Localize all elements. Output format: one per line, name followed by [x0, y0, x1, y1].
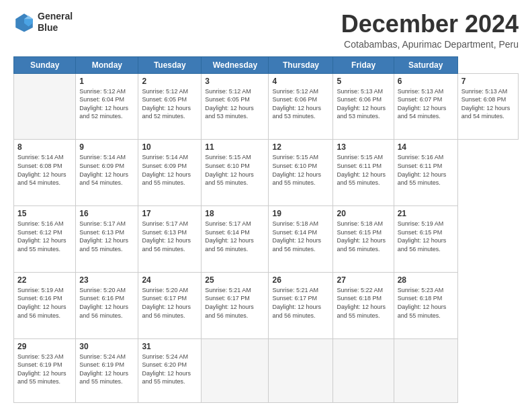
table-row: 19Sunrise: 5:18 AMSunset: 6:14 PMDayligh…	[269, 206, 333, 273]
day-info: Sunrise: 5:12 AMSunset: 6:06 PMDaylight:…	[272, 87, 329, 121]
header: General Blue December 2024 Cotabambas, A…	[13, 11, 519, 50]
day-number: 13	[337, 142, 390, 152]
day-info: Sunrise: 5:23 AMSunset: 6:19 PMDaylight:…	[17, 353, 72, 386]
day-number: 7	[461, 77, 515, 86]
day-number: 6	[398, 77, 454, 86]
table-row: 15Sunrise: 5:16 AMSunset: 6:12 PMDayligh…	[14, 206, 76, 273]
table-row: 24Sunrise: 5:20 AMSunset: 6:17 PMDayligh…	[138, 272, 202, 338]
table-row: 23Sunrise: 5:20 AMSunset: 6:16 PMDayligh…	[76, 272, 138, 338]
day-number: 24	[142, 275, 197, 285]
week-row-1: 1Sunrise: 5:12 AMSunset: 6:04 PMDaylight…	[14, 73, 519, 140]
day-info: Sunrise: 5:19 AMSunset: 6:16 PMDaylight:…	[17, 286, 72, 320]
day-number: 31	[142, 342, 197, 351]
day-info: Sunrise: 5:12 AMSunset: 6:05 PMDaylight:…	[205, 87, 265, 121]
logo-icon	[13, 11, 35, 33]
day-number: 1	[79, 77, 134, 86]
table-row	[394, 338, 457, 402]
day-number: 16	[79, 209, 134, 218]
day-info: Sunrise: 5:12 AMSunset: 6:04 PMDaylight:…	[79, 87, 134, 121]
col-thursday: Thursday	[269, 56, 333, 73]
day-number: 2	[142, 77, 197, 86]
logo-text: General Blue	[38, 11, 73, 34]
table-row: 20Sunrise: 5:18 AMSunset: 6:15 PMDayligh…	[333, 206, 394, 273]
table-row: 28Sunrise: 5:23 AMSunset: 6:18 PMDayligh…	[394, 272, 457, 338]
day-number: 9	[79, 142, 134, 152]
day-info: Sunrise: 5:14 AMSunset: 6:09 PMDaylight:…	[79, 153, 134, 187]
table-row: 14Sunrise: 5:16 AMSunset: 6:11 PMDayligh…	[394, 140, 457, 206]
day-number: 18	[205, 209, 265, 218]
day-info: Sunrise: 5:16 AMSunset: 6:12 PMDaylight:…	[17, 220, 72, 253]
table-row: 26Sunrise: 5:21 AMSunset: 6:17 PMDayligh…	[269, 272, 333, 338]
day-number: 10	[142, 142, 197, 152]
table-row: 27Sunrise: 5:22 AMSunset: 6:18 PMDayligh…	[333, 272, 394, 338]
table-row: 17Sunrise: 5:17 AMSunset: 6:13 PMDayligh…	[138, 206, 202, 273]
day-info: Sunrise: 5:14 AMSunset: 6:09 PMDaylight:…	[142, 153, 197, 187]
table-row: 22Sunrise: 5:19 AMSunset: 6:16 PMDayligh…	[14, 272, 76, 338]
day-number: 3	[205, 77, 265, 86]
week-row-3: 15Sunrise: 5:16 AMSunset: 6:12 PMDayligh…	[14, 206, 519, 273]
day-number: 30	[79, 342, 134, 351]
logo: General Blue	[13, 11, 73, 34]
col-friday: Friday	[333, 56, 394, 73]
day-number: 14	[398, 142, 454, 152]
day-number: 5	[337, 77, 390, 86]
table-row: 16Sunrise: 5:17 AMSunset: 6:13 PMDayligh…	[76, 206, 138, 273]
month-title: December 2024	[341, 11, 519, 38]
day-number: 12	[272, 142, 329, 152]
day-number: 19	[272, 209, 329, 218]
table-row: 3Sunrise: 5:12 AMSunset: 6:05 PMDaylight…	[202, 73, 269, 140]
table-row: 18Sunrise: 5:17 AMSunset: 6:14 PMDayligh…	[202, 206, 269, 273]
day-info: Sunrise: 5:18 AMSunset: 6:15 PMDaylight:…	[337, 220, 390, 253]
day-number: 21	[398, 209, 454, 218]
day-number: 29	[17, 342, 72, 351]
day-number: 26	[272, 275, 329, 285]
day-number: 11	[205, 142, 265, 152]
calendar-body: 1Sunrise: 5:12 AMSunset: 6:04 PMDaylight…	[14, 73, 519, 402]
day-number: 17	[142, 209, 197, 218]
day-number: 15	[17, 209, 72, 218]
calendar-header: Sunday Monday Tuesday Wednesday Thursday…	[14, 56, 519, 73]
day-info: Sunrise: 5:23 AMSunset: 6:18 PMDaylight:…	[398, 286, 454, 320]
table-row: 6Sunrise: 5:13 AMSunset: 6:07 PMDaylight…	[394, 73, 457, 140]
day-info: Sunrise: 5:20 AMSunset: 6:16 PMDaylight:…	[79, 286, 134, 320]
day-info: Sunrise: 5:12 AMSunset: 6:05 PMDaylight:…	[142, 87, 197, 121]
table-row: 4Sunrise: 5:12 AMSunset: 6:06 PMDaylight…	[269, 73, 333, 140]
day-info: Sunrise: 5:13 AMSunset: 6:06 PMDaylight:…	[337, 87, 390, 121]
table-row: 8Sunrise: 5:14 AMSunset: 6:08 PMDaylight…	[14, 140, 76, 206]
table-row: 12Sunrise: 5:15 AMSunset: 6:10 PMDayligh…	[269, 140, 333, 206]
location: Cotabambas, Apurimac Department, Peru	[341, 39, 519, 50]
day-info: Sunrise: 5:21 AMSunset: 6:17 PMDaylight:…	[272, 286, 329, 320]
day-number: 4	[272, 77, 329, 86]
day-info: Sunrise: 5:17 AMSunset: 6:13 PMDaylight:…	[142, 220, 197, 253]
week-row-2: 8Sunrise: 5:14 AMSunset: 6:08 PMDaylight…	[14, 140, 519, 206]
table-row: 25Sunrise: 5:21 AMSunset: 6:17 PMDayligh…	[202, 272, 269, 338]
table-row	[269, 338, 333, 402]
table-row	[14, 73, 76, 140]
day-info: Sunrise: 5:15 AMSunset: 6:11 PMDaylight:…	[337, 153, 390, 187]
day-info: Sunrise: 5:15 AMSunset: 6:10 PMDaylight:…	[205, 153, 265, 187]
day-number: 28	[398, 275, 454, 285]
day-info: Sunrise: 5:14 AMSunset: 6:08 PMDaylight:…	[17, 153, 72, 187]
header-row: Sunday Monday Tuesday Wednesday Thursday…	[14, 56, 519, 73]
day-info: Sunrise: 5:13 AMSunset: 6:07 PMDaylight:…	[398, 87, 454, 121]
table-row: 21Sunrise: 5:19 AMSunset: 6:15 PMDayligh…	[394, 206, 457, 273]
table-row: 31Sunrise: 5:24 AMSunset: 6:20 PMDayligh…	[138, 338, 202, 402]
day-number: 22	[17, 275, 72, 285]
table-row: 1Sunrise: 5:12 AMSunset: 6:04 PMDaylight…	[76, 73, 138, 140]
table-row: 29Sunrise: 5:23 AMSunset: 6:19 PMDayligh…	[14, 338, 76, 402]
table-row: 13Sunrise: 5:15 AMSunset: 6:11 PMDayligh…	[333, 140, 394, 206]
col-sunday: Sunday	[14, 56, 76, 73]
page: General Blue December 2024 Cotabambas, A…	[0, 0, 532, 411]
calendar-table: Sunday Monday Tuesday Wednesday Thursday…	[13, 56, 519, 403]
col-saturday: Saturday	[394, 56, 457, 73]
table-row: 30Sunrise: 5:24 AMSunset: 6:19 PMDayligh…	[76, 338, 138, 402]
week-row-5: 29Sunrise: 5:23 AMSunset: 6:19 PMDayligh…	[14, 338, 519, 402]
day-info: Sunrise: 5:19 AMSunset: 6:15 PMDaylight:…	[398, 220, 454, 253]
week-row-4: 22Sunrise: 5:19 AMSunset: 6:16 PMDayligh…	[14, 272, 519, 338]
day-info: Sunrise: 5:21 AMSunset: 6:17 PMDaylight:…	[205, 286, 265, 320]
table-row: 5Sunrise: 5:13 AMSunset: 6:06 PMDaylight…	[333, 73, 394, 140]
day-info: Sunrise: 5:20 AMSunset: 6:17 PMDaylight:…	[142, 286, 197, 320]
col-tuesday: Tuesday	[138, 56, 202, 73]
day-info: Sunrise: 5:24 AMSunset: 6:20 PMDaylight:…	[142, 353, 197, 386]
table-row: 11Sunrise: 5:15 AMSunset: 6:10 PMDayligh…	[202, 140, 269, 206]
